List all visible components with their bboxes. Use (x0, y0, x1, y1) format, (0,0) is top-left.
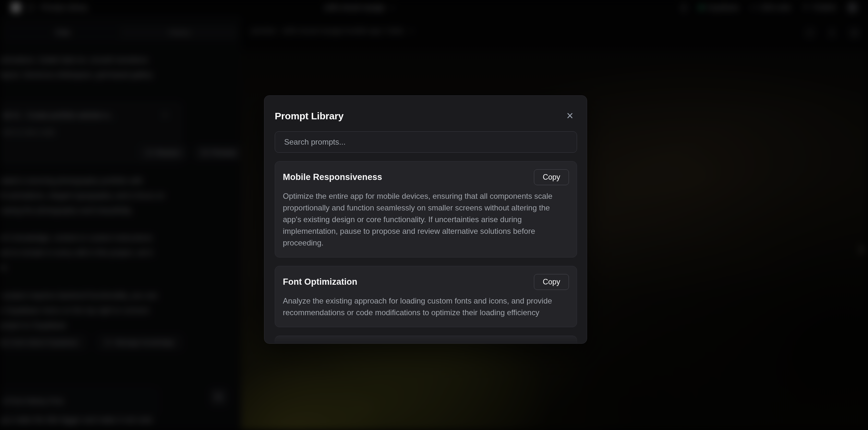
prompt-card-font-optimization: Font Optimization Copy Analyze the exist… (275, 266, 577, 327)
prompt-description: Analyze the existing approach for loadin… (283, 295, 569, 318)
copy-button[interactable]: Copy (534, 169, 569, 185)
copy-button[interactable]: Copy (534, 274, 569, 290)
app-screen: Prompt Library artfo-visual-voyage Supab… (0, 0, 868, 430)
prompt-description: Optimize the entire app for mobile devic… (283, 190, 569, 249)
prompt-title: Font Optimization (283, 277, 357, 287)
prompt-library-modal: Prompt Library × Mobile Responsiveness C… (264, 95, 587, 344)
prompt-card-mobile-responsiveness: Mobile Responsiveness Copy Optimize the … (275, 161, 577, 257)
prompt-card-partial (275, 336, 577, 344)
close-button[interactable]: × (563, 109, 577, 123)
modal-title: Prompt Library (275, 111, 577, 122)
close-icon: × (566, 109, 573, 122)
search-input[interactable] (275, 131, 577, 153)
prompt-title: Mobile Responsiveness (283, 172, 382, 182)
